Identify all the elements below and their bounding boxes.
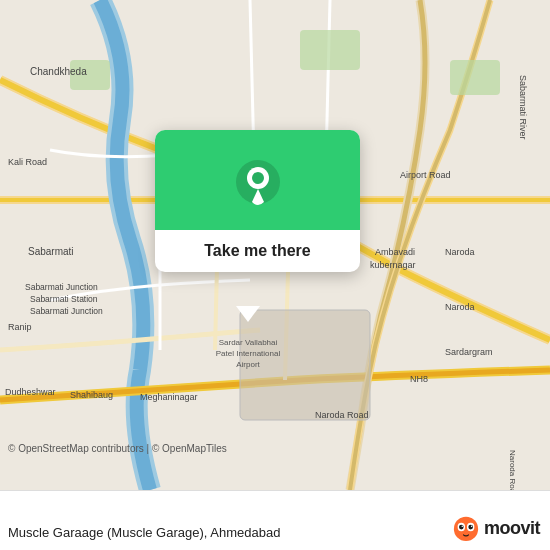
card-pointer	[236, 306, 260, 322]
take-me-there-button[interactable]: Take me there	[171, 242, 344, 260]
svg-text:Airport: Airport	[236, 360, 260, 369]
navigation-card: Take me there	[155, 130, 360, 272]
svg-text:Dudheshwar: Dudheshwar	[5, 387, 56, 397]
card-button-area: Take me there	[155, 230, 360, 272]
card-icon-area	[155, 130, 360, 230]
svg-text:Sabarmati: Sabarmati	[28, 246, 74, 257]
svg-text:Kali Road: Kali Road	[8, 157, 47, 167]
svg-text:kubernagar: kubernagar	[370, 260, 416, 270]
svg-text:Sabarmati Junction: Sabarmati Junction	[30, 306, 103, 316]
svg-text:Sardar Vallabhai: Sardar Vallabhai	[219, 338, 278, 347]
svg-point-38	[462, 525, 463, 526]
svg-text:Naroda: Naroda	[445, 247, 475, 257]
svg-text:Naroda Road: Naroda Road	[508, 450, 517, 490]
svg-point-39	[471, 525, 472, 526]
svg-text:NH8: NH8	[410, 374, 428, 384]
svg-text:Patel International: Patel International	[216, 349, 281, 358]
svg-rect-3	[300, 30, 360, 70]
svg-text:Ranip: Ranip	[8, 322, 32, 332]
map: Chandkheda Kali Road Sabarmati Sabarmati…	[0, 0, 550, 490]
moovit-logo: moovit	[452, 514, 540, 542]
bottom-bar: Muscle Garaage (Muscle Garage), Ahmedaba…	[0, 490, 550, 550]
svg-text:Chandkheda: Chandkheda	[30, 66, 87, 77]
svg-rect-4	[450, 60, 500, 95]
moovit-owl-icon	[452, 514, 480, 542]
map-attribution: © OpenStreetMap contributors | © OpenMap…	[8, 443, 227, 454]
location-label: Muscle Garaage (Muscle Garage), Ahmedaba…	[8, 525, 280, 540]
svg-point-32	[252, 172, 264, 184]
svg-text:Ambavadi: Ambavadi	[375, 247, 415, 257]
svg-text:Sardargram: Sardargram	[445, 347, 493, 357]
svg-point-37	[468, 525, 473, 530]
svg-text:Sabarmati River: Sabarmati River	[518, 75, 528, 140]
svg-text:Meghaninagar: Meghaninagar	[140, 392, 198, 402]
svg-point-36	[459, 525, 464, 530]
svg-text:Sabarmati Station: Sabarmati Station	[30, 294, 98, 304]
svg-text:Naroda: Naroda	[445, 302, 475, 312]
svg-text:Airport Road: Airport Road	[400, 170, 451, 180]
svg-text:Shahibaug: Shahibaug	[70, 390, 113, 400]
location-pin-icon	[234, 158, 282, 206]
moovit-brand-text: moovit	[484, 518, 540, 539]
svg-text:Naroda Road: Naroda Road	[315, 410, 369, 420]
svg-text:Sabarmati Junction: Sabarmati Junction	[25, 282, 98, 292]
svg-point-33	[454, 517, 478, 541]
